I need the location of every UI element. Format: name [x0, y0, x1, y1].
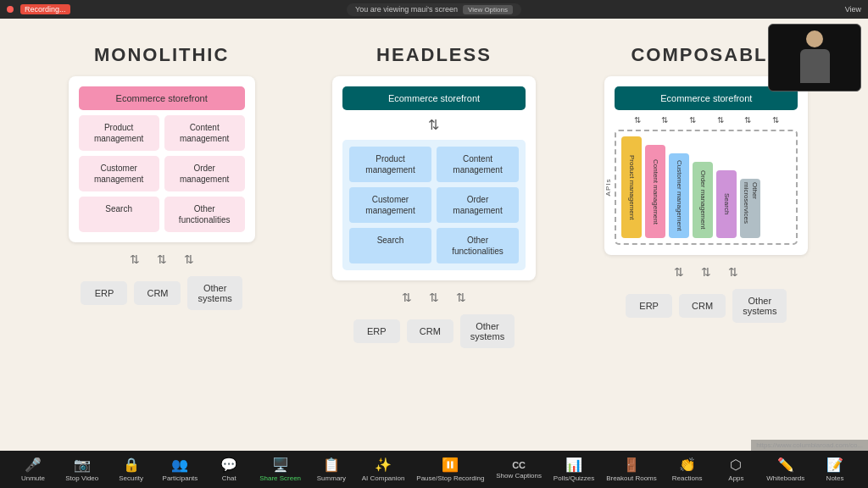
monolithic-box: Ecommerce storefront Productmanagement C…: [69, 76, 255, 242]
ai-companion-icon: ✨: [375, 457, 392, 473]
headless-title: HEADLESS: [376, 44, 492, 66]
toolbar-reactions[interactable]: 👏 Reactions: [669, 457, 706, 482]
polls-icon: 📊: [565, 457, 582, 473]
comp-bar-customer: Customer management: [669, 153, 689, 238]
mono-grid: Productmanagement Contentmanagement Cust…: [79, 115, 245, 232]
headless-erp: ERP: [353, 319, 400, 343]
mono-storefront: Ecommerce storefront: [79, 86, 245, 110]
mono-bottom-boxes: ERP CRM Othersystems: [81, 276, 242, 310]
url-bar: https://www.columbiaroad.com/co...: [751, 440, 868, 451]
toolbar-breakout-rooms[interactable]: 🚪 Breakout Rooms: [606, 457, 657, 482]
composable-erp: ERP: [626, 294, 672, 318]
mono-cell-customer: Customermanagement: [79, 156, 159, 191]
view-options-button[interactable]: View Options: [463, 5, 513, 14]
slide-area: MONOLITHIC Ecommerce storefront Productm…: [25, 36, 843, 442]
toolbar-whiteboards[interactable]: ✏️ Whiteboards: [766, 457, 804, 482]
toolbar-captions[interactable]: CC Show Captions: [496, 460, 542, 480]
headless-bottom-boxes: ERP CRM Othersystems: [353, 314, 515, 348]
toolbar-unmute[interactable]: 🎤 Unmute: [14, 457, 52, 482]
notes-icon: 📝: [826, 457, 843, 473]
mono-cell-other: Otherfunctionalities: [164, 197, 245, 232]
headless-arrows: ⇅ ⇅ ⇅: [402, 291, 466, 304]
captions-icon: CC: [512, 460, 526, 470]
headless-cell-search: Search: [349, 228, 431, 263]
headless-cell-order: Ordermanagement: [437, 187, 519, 223]
reactions-icon: 👏: [679, 457, 696, 473]
composable-title: COMPOSABLE: [631, 44, 782, 66]
toolbar-notes[interactable]: 📝 Notes: [816, 457, 854, 482]
toolbar-ai-companion[interactable]: ✨ AI Companion: [362, 457, 405, 482]
headless-storefront: Ecommerce storefront: [342, 86, 526, 110]
pause-recording-icon: ⏸️: [442, 457, 459, 473]
toolbar-summary[interactable]: 📋 Summary: [313, 457, 350, 482]
mono-crm: CRM: [134, 281, 181, 305]
presenter-head: [806, 30, 823, 47]
composable-crm: CRM: [679, 294, 726, 318]
window-control[interactable]: [7, 6, 14, 13]
unmute-icon: 🎤: [25, 457, 42, 473]
headless-connector-arrow: ⇅: [342, 117, 526, 133]
headless-crm: CRM: [407, 319, 453, 343]
mono-cell-product: Productmanagement: [79, 115, 159, 151]
presenter-body: [800, 49, 830, 83]
mono-cell-order: Ordermanagement: [164, 156, 245, 191]
recording-badge: Recording...: [20, 4, 70, 14]
headless-cell-other: Otherfunctionalities: [437, 228, 519, 263]
mono-cell-search: Search: [79, 197, 159, 232]
toolbar-participants[interactable]: 👥 Participants: [161, 457, 198, 482]
apis-label: APIs: [604, 179, 612, 197]
breakout-rooms-icon: 🚪: [623, 457, 640, 473]
video-thumbnail: [768, 24, 861, 92]
mono-cell-content: Contentmanagement: [164, 115, 245, 151]
headless-cell-product: Productmanagement: [349, 147, 431, 182]
composable-top-arrows: ⇅ ⇅ ⇅ ⇅ ⇅ ⇅: [615, 115, 798, 125]
view-button[interactable]: View: [845, 5, 861, 14]
comp-bar-search: Search: [716, 170, 737, 238]
comp-bar-order: Order management: [693, 162, 713, 238]
headless-column: HEADLESS Ecommerce storefront ⇅ Productm…: [298, 44, 570, 348]
top-bar: Recording... You are viewing maui's scre…: [0, 0, 868, 19]
presenter-video: [769, 25, 860, 91]
toolbar-apps[interactable]: ⬡ Apps: [717, 457, 754, 482]
mono-arrows: ⇅ ⇅ ⇅: [130, 252, 194, 266]
composable-bottom-boxes: ERP CRM Othersystems: [626, 289, 787, 323]
headless-inner: Productmanagement Contentmanagement Cust…: [342, 140, 526, 270]
monolithic-title: MONOLITHIC: [94, 44, 229, 66]
screen-share-notification: You are viewing maui's screen View Optio…: [347, 3, 521, 16]
presenter-silhouette: [793, 30, 836, 86]
comp-bar-microservices: Other microservices: [740, 179, 760, 238]
monolithic-column: MONOLITHIC Ecommerce storefront Productm…: [25, 44, 298, 310]
participants-icon: 👥: [171, 457, 188, 473]
chat-icon: 💬: [220, 457, 237, 473]
headless-cell-customer: Customermanagement: [349, 187, 431, 223]
bottom-toolbar: 🎤 Unmute 📷 Stop Video 🔒 Security 👥 Parti…: [0, 451, 868, 488]
slide-content: MONOLITHIC Ecommerce storefront Productm…: [0, 19, 868, 451]
headless-box: Ecommerce storefront ⇅ Productmanagement…: [332, 76, 536, 280]
headless-other-systems: Othersystems: [460, 314, 515, 348]
share-screen-icon: 🖥️: [272, 457, 289, 473]
mono-other-systems: Othersystems: [187, 276, 242, 310]
toolbar-share-screen[interactable]: 🖥️ Share Screen: [259, 457, 301, 482]
mono-erp: ERP: [81, 281, 127, 305]
security-icon: 🔒: [123, 457, 140, 473]
composable-arrows: ⇅ ⇅ ⇅: [674, 265, 738, 279]
comp-bar-product: Product management: [621, 136, 642, 238]
summary-icon: 📋: [323, 457, 340, 473]
composable-box: Ecommerce storefront ⇅ ⇅ ⇅ ⇅ ⇅ ⇅ APIs Pr…: [604, 76, 808, 255]
toolbar-security[interactable]: 🔒 Security: [113, 457, 150, 482]
apps-icon: ⬡: [730, 457, 742, 473]
stop-video-icon: 📷: [74, 457, 91, 473]
composable-other-systems: Othersystems: [732, 289, 787, 323]
toolbar-polls[interactable]: 📊 Polls/Quizzes: [554, 457, 594, 482]
composable-inner: APIs Product management Content manageme…: [615, 130, 798, 245]
comp-bar-content: Content management: [645, 145, 665, 238]
whiteboards-icon: ✏️: [777, 457, 794, 473]
toolbar-pause-recording[interactable]: ⏸️ Pause/Stop Recording: [416, 457, 484, 482]
toolbar-stop-video[interactable]: 📷 Stop Video: [64, 457, 101, 482]
headless-cell-content: Contentmanagement: [437, 147, 519, 182]
toolbar-chat[interactable]: 💬 Chat: [210, 457, 248, 482]
